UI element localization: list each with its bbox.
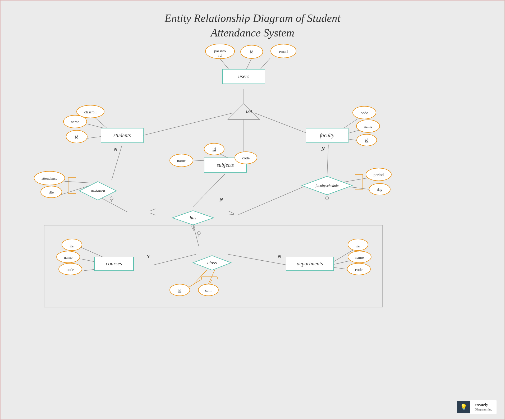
svg-marker-118 xyxy=(193,256,231,270)
svg-rect-57 xyxy=(204,158,246,172)
svg-line-1 xyxy=(220,59,233,75)
svg-line-16 xyxy=(112,145,122,180)
svg-line-42 xyxy=(228,214,234,215)
svg-line-49 xyxy=(194,227,195,230)
svg-line-22 xyxy=(339,176,379,183)
svg-line-32 xyxy=(334,259,357,264)
svg-line-17 xyxy=(65,181,90,183)
svg-line-13 xyxy=(214,151,231,159)
svg-text:rd: rd xyxy=(218,53,222,57)
brand-sub: Diagramming xyxy=(475,408,492,411)
svg-point-70 xyxy=(63,115,87,128)
svg-line-47 xyxy=(191,227,194,230)
svg-point-43 xyxy=(325,197,329,200)
svg-point-82 xyxy=(204,143,224,155)
svg-text:name: name xyxy=(177,159,186,163)
svg-point-110 xyxy=(198,284,218,296)
svg-text:name: name xyxy=(364,124,373,128)
svg-line-10 xyxy=(339,115,364,131)
svg-line-121 xyxy=(208,270,215,284)
svg-marker-50 xyxy=(228,104,260,119)
svg-line-8 xyxy=(92,115,109,130)
svg-line-35 xyxy=(207,279,212,289)
svg-line-28 xyxy=(81,247,112,261)
svg-line-36 xyxy=(150,209,155,211)
svg-line-31 xyxy=(334,247,357,262)
svg-text:name: name xyxy=(64,255,73,260)
svg-text:class: class xyxy=(207,260,217,265)
brand-name: creately xyxy=(475,403,488,407)
svg-line-19 xyxy=(98,196,127,212)
svg-rect-61 xyxy=(286,257,334,271)
svg-point-92 xyxy=(366,168,391,181)
svg-text:N: N xyxy=(219,197,223,202)
svg-text:id: id xyxy=(178,288,181,293)
svg-line-7 xyxy=(87,124,112,130)
svg-point-72 xyxy=(77,105,104,118)
svg-marker-114 xyxy=(302,176,352,195)
svg-text:sem: sem xyxy=(205,288,212,293)
svg-line-48 xyxy=(193,226,194,230)
bulb-icon: 💡 xyxy=(460,404,467,410)
svg-text:courses: courses xyxy=(106,261,122,266)
svg-text:faculty: faculty xyxy=(320,132,334,139)
svg-point-68 xyxy=(271,44,296,58)
svg-line-15 xyxy=(237,159,245,159)
svg-point-102 xyxy=(348,239,368,251)
svg-text:code: code xyxy=(361,111,368,115)
svg-point-86 xyxy=(235,152,257,164)
logo-area: 💡 creately Diagramming xyxy=(457,400,497,414)
svg-line-38 xyxy=(150,213,155,215)
svg-text:id: id xyxy=(213,147,216,151)
svg-text:email: email xyxy=(279,49,288,54)
svg-text:id: id xyxy=(356,243,360,247)
main-container: Entity Relationship Diagram of Student A… xyxy=(0,0,505,420)
svg-line-9 xyxy=(86,135,110,139)
svg-line-21 xyxy=(327,145,328,176)
svg-line-14 xyxy=(183,159,225,161)
svg-point-98 xyxy=(57,251,80,263)
svg-line-20 xyxy=(193,174,225,207)
svg-rect-59 xyxy=(94,257,134,271)
svg-point-65 xyxy=(205,44,235,59)
svg-text:subjects: subjects xyxy=(217,162,234,168)
svg-text:students: students xyxy=(113,132,131,138)
svg-marker-116 xyxy=(172,211,214,225)
svg-text:id: id xyxy=(75,135,78,139)
svg-line-11 xyxy=(340,128,368,135)
svg-line-30 xyxy=(84,267,110,271)
svg-point-90 xyxy=(41,186,62,198)
svg-text:id: id xyxy=(250,50,253,54)
svg-point-100 xyxy=(59,263,82,275)
svg-text:name: name xyxy=(355,255,364,260)
svg-text:studatten: studatten xyxy=(91,189,105,193)
svg-text:day: day xyxy=(377,187,383,192)
svg-text:departments: departments xyxy=(297,261,323,267)
svg-line-5 xyxy=(254,113,313,135)
svg-point-80 xyxy=(357,134,377,146)
svg-rect-55 xyxy=(306,128,348,143)
svg-text:period: period xyxy=(374,173,384,177)
svg-point-39 xyxy=(110,197,113,200)
svg-marker-112 xyxy=(79,182,116,200)
svg-text:name: name xyxy=(71,120,80,124)
svg-point-94 xyxy=(369,183,390,195)
svg-line-18 xyxy=(61,186,90,195)
svg-point-108 xyxy=(170,284,190,296)
svg-line-4 xyxy=(143,113,233,135)
svg-line-27 xyxy=(228,254,286,265)
svg-line-0 xyxy=(244,58,252,75)
svg-text:code: code xyxy=(355,267,363,272)
svg-line-25 xyxy=(193,224,199,246)
svg-text:attendance: attendance xyxy=(42,177,57,181)
svg-line-34 xyxy=(186,279,201,289)
svg-point-88 xyxy=(34,171,65,185)
svg-point-104 xyxy=(348,251,371,263)
svg-point-96 xyxy=(62,239,82,251)
svg-line-26 xyxy=(154,254,196,265)
svg-text:N: N xyxy=(278,254,282,259)
svg-point-63 xyxy=(241,45,263,58)
logo-bulb-bg: 💡 xyxy=(457,401,470,413)
svg-text:dte: dte xyxy=(49,190,54,194)
svg-text:passwo: passwo xyxy=(214,49,226,53)
